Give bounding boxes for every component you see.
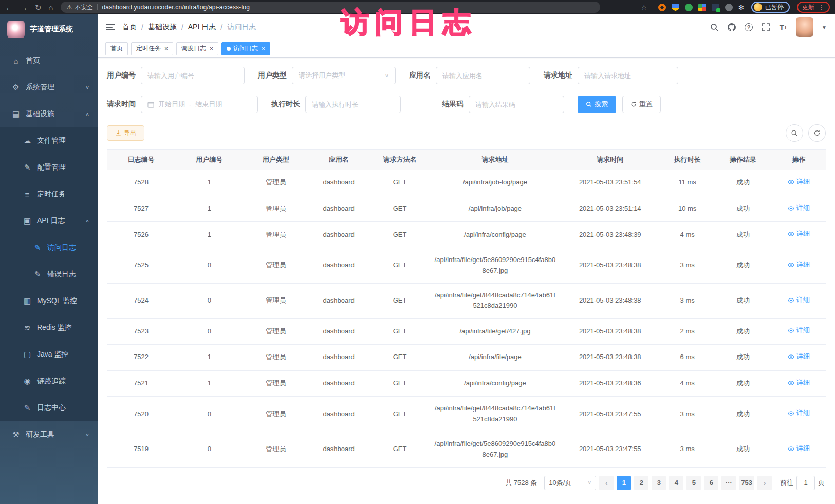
browser-back-icon[interactable]: ←	[5, 4, 13, 11]
detail-link[interactable]: 详细	[788, 378, 810, 388]
page-button-753[interactable]: 753	[739, 476, 754, 490]
more-pages-button[interactable]: ···	[721, 476, 736, 490]
sidebar-item-tools[interactable]: ⚒研发工具∨	[0, 421, 98, 448]
search-button[interactable]: 搜索	[578, 96, 616, 113]
sidebar-item-log-center[interactable]: ✎日志中心	[0, 395, 98, 421]
green-extension-icon[interactable]	[685, 4, 693, 11]
breadcrumb-item[interactable]: API 日志	[188, 23, 216, 32]
detail-link[interactable]: 详细	[788, 325, 810, 336]
grid-extension-icon[interactable]	[698, 4, 706, 11]
tab-定时任务[interactable]: 定时任务×	[131, 42, 173, 55]
duration-input[interactable]	[312, 101, 394, 108]
font-size-icon[interactable]: TT	[778, 23, 788, 32]
user-avatar[interactable]	[796, 17, 813, 37]
sidebar-item-gear[interactable]: ⚙系统管理∨	[0, 74, 98, 101]
sidebar-item-trace[interactable]: ◉链路追踪	[0, 368, 98, 395]
browser-forward-icon[interactable]: →	[20, 4, 28, 11]
detail-link[interactable]: 详细	[788, 443, 810, 454]
page-button-1[interactable]: 1	[617, 476, 631, 490]
detail-link[interactable]: 详细	[788, 177, 810, 188]
sidebar-item-java[interactable]: ▢Java 监控	[0, 341, 98, 368]
detail-link[interactable]: 详细	[788, 259, 810, 270]
action-cell: 详细	[772, 283, 826, 319]
page-button-3[interactable]: 3	[652, 476, 666, 490]
github-icon[interactable]	[727, 23, 736, 32]
url-cell: /api/infra/config/page	[431, 222, 560, 248]
page-button-2[interactable]: 2	[634, 476, 648, 490]
page-size-select[interactable]: 10条/页 ∨	[544, 476, 596, 490]
refresh-button[interactable]	[808, 124, 826, 142]
time-cell: 2021-05-03 23:48:36	[560, 370, 660, 397]
user-id-cell: 1	[175, 344, 244, 370]
page-button-4[interactable]: 4	[669, 476, 683, 490]
breadcrumb-item[interactable]: 基础设施	[148, 23, 177, 32]
search-button-label: 搜索	[595, 100, 608, 109]
result-code-field[interactable]	[469, 96, 564, 113]
action-cell: 详细	[772, 319, 826, 345]
log-id-cell: 7523	[107, 319, 175, 345]
sidebar-item-error-log[interactable]: ✎错误日志	[0, 261, 98, 288]
close-icon[interactable]: ×	[210, 45, 213, 52]
page-button-5[interactable]: 5	[686, 476, 701, 490]
tab-调度日志[interactable]: 调度日志×	[176, 42, 218, 55]
detail-link[interactable]: 详细	[788, 229, 810, 239]
prev-page-button[interactable]: ‹	[599, 476, 614, 490]
sidebar-item-job[interactable]: ≡定时任务	[0, 181, 98, 208]
help-icon[interactable]: ?	[745, 23, 753, 31]
next-page-button[interactable]: ›	[757, 476, 772, 490]
page-button-6[interactable]: 6	[704, 476, 718, 490]
search-icon[interactable]	[710, 23, 719, 32]
duration-field[interactable]	[305, 96, 401, 113]
browser-menu-dots-icon[interactable]: ⋮	[819, 4, 825, 11]
detail-link[interactable]: 详细	[788, 203, 810, 214]
breadcrumb-item[interactable]: 首页	[122, 23, 137, 32]
user-id-input[interactable]	[147, 72, 238, 80]
translate-extension-icon[interactable]	[712, 4, 719, 11]
security-warning[interactable]: ⚠ 不安全	[67, 3, 94, 12]
orange-extension-icon[interactable]	[658, 4, 666, 11]
app-name-input[interactable]	[442, 72, 524, 80]
url-cell: /api/infra/file/page	[431, 344, 560, 370]
hamburger-icon[interactable]	[106, 24, 115, 30]
detail-link[interactable]: 详细	[788, 408, 810, 419]
puzzle-extension-icon[interactable]	[725, 4, 733, 11]
tab-访问日志[interactable]: 访问日志×	[221, 42, 270, 55]
browser-update-button[interactable]: 更新 ⋮	[797, 2, 830, 13]
tab-首页[interactable]: 首页	[105, 42, 128, 55]
close-icon[interactable]: ×	[262, 45, 265, 52]
sidebar-item-home[interactable]: ⌂首页	[0, 47, 98, 74]
sidebar-item-redis[interactable]: ≋Redis 监控	[0, 314, 98, 341]
sidebar-item-infra[interactable]: ▤基础设施∧	[0, 101, 98, 127]
toggle-search-button[interactable]	[786, 124, 803, 142]
user-id-cell: 0	[175, 432, 244, 467]
fullscreen-icon[interactable]	[761, 23, 770, 32]
request-url-field[interactable]	[578, 67, 678, 84]
user-type-select[interactable]: 请选择用户类型 ∨	[292, 67, 396, 84]
profile-paused-chip[interactable]: 已暂停	[751, 2, 790, 13]
paw-extension-icon[interactable]: ✻	[738, 4, 744, 11]
close-icon[interactable]: ×	[164, 45, 168, 52]
reset-button[interactable]: 重置	[622, 96, 661, 113]
caret-down-icon[interactable]: ▼	[822, 25, 827, 30]
request-url-input[interactable]	[584, 72, 672, 80]
bookmark-star-icon[interactable]: ☆	[641, 4, 647, 11]
result-code-input[interactable]	[475, 101, 558, 108]
sidebar-logo[interactable]: 芋道管理系统	[0, 14, 98, 43]
shield-extension-icon[interactable]	[672, 4, 679, 11]
detail-link-label: 详细	[796, 378, 810, 388]
export-button[interactable]: 导出	[107, 125, 144, 141]
sidebar-item-api-log[interactable]: ▣API 日志∧	[0, 208, 98, 234]
request-time-range-picker[interactable]: 开始日期 - 结束日期	[141, 96, 258, 113]
app-name-field[interactable]	[436, 67, 530, 84]
sidebar-item-file[interactable]: ☁文件管理	[0, 127, 98, 154]
goto-page-input[interactable]	[796, 476, 815, 490]
address-bar[interactable]: ⚠ 不安全 dashboard.yudao.iocoder.cn/infra/l…	[61, 2, 600, 13]
detail-link[interactable]: 详细	[788, 351, 810, 362]
browser-reload-icon[interactable]: ↻	[35, 4, 42, 11]
sidebar-item-mysql[interactable]: ▥MySQL 监控	[0, 288, 98, 314]
detail-link[interactable]: 详细	[788, 295, 810, 306]
sidebar-item-access-log[interactable]: ✎访问日志	[0, 234, 98, 261]
browser-home-icon[interactable]: ⌂	[49, 4, 53, 11]
user-id-field[interactable]	[141, 67, 245, 84]
sidebar-item-config[interactable]: ✎配置管理	[0, 154, 98, 181]
